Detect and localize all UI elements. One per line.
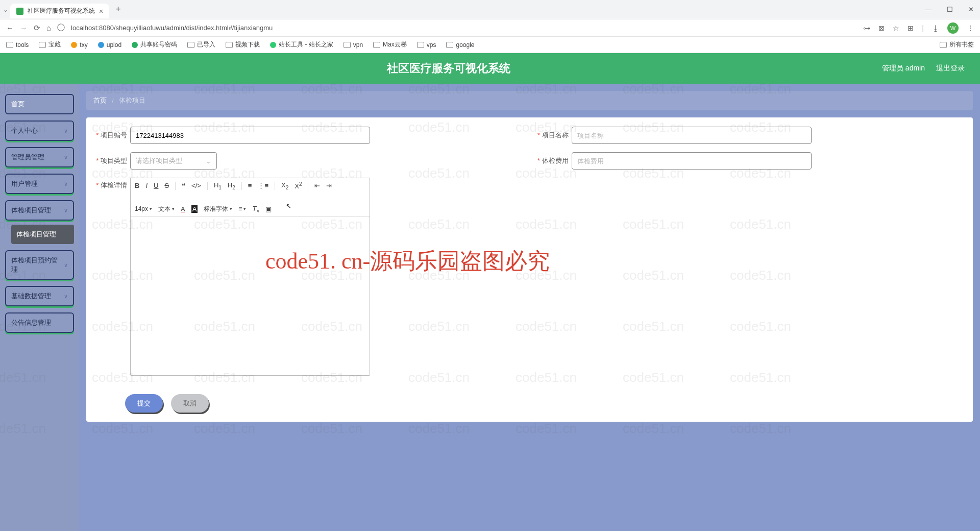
bg-color-icon[interactable]: A — [191, 205, 198, 213]
bookmark-item[interactable]: 共享账号密码 — [132, 40, 177, 49]
image-icon[interactable]: ▣ — [265, 205, 272, 213]
list-unordered-icon[interactable]: ⋮≡ — [258, 182, 268, 189]
bookmark-icon — [98, 42, 104, 48]
bookmark-item[interactable]: vpn — [344, 41, 363, 49]
bookmark-item[interactable]: tools — [6, 41, 29, 49]
bookmark-item[interactable]: 站长工具 - 站长之家 — [270, 40, 333, 49]
editor-toolbar: B I U S ❝ </> H1 H2 — [131, 178, 370, 217]
proj-name-input[interactable] — [572, 127, 812, 144]
forward-icon[interactable]: → — [20, 23, 28, 32]
indent-left-icon[interactable]: ⇤ — [314, 182, 320, 189]
font-family-select[interactable]: 标准字体▾ — [204, 205, 232, 213]
indent-right-icon[interactable]: ⇥ — [326, 182, 332, 189]
sidebar-item-user[interactable]: 用户管理∨ — [5, 174, 74, 194]
h2-icon[interactable]: H2 — [228, 181, 235, 190]
quote-icon[interactable]: ❝ — [182, 182, 185, 189]
bookmark-icon — [132, 42, 138, 48]
list-ordered-icon[interactable]: ≡ — [248, 182, 252, 189]
bookmark-item[interactable]: Max云梯 — [373, 40, 407, 49]
chevron-down-icon: ∨ — [64, 207, 68, 214]
bookmarks-bar: tools 宝藏 txy uplod 共享账号密码 已导入 视频下载 站长工具 … — [0, 37, 980, 53]
new-tab-button[interactable]: + — [115, 4, 121, 15]
url-field[interactable]: localhost:8080/shequyilliaofuwu/admin/di… — [71, 24, 273, 32]
strike-icon[interactable]: S — [164, 182, 169, 189]
bold-icon[interactable]: B — [135, 182, 139, 189]
folder-icon — [940, 42, 947, 48]
fee-label: 体检费用 — [536, 156, 569, 165]
editor-body[interactable] — [131, 217, 370, 375]
sidebar: 首页 个人中心∨ 管理员管理∨ 用户管理∨ 体检项目管理∨ 体检项目管理 体检项… — [0, 84, 79, 531]
avatar[interactable]: W — [947, 22, 959, 34]
logout-link[interactable]: 退出登录 — [936, 64, 965, 73]
folder-icon — [373, 42, 380, 48]
form-panel: 项目编号 项目类型 请选择项目类型 ⌄ 体检详情 — [86, 117, 973, 422]
bookmark-item[interactable]: 已导入 — [187, 40, 215, 49]
fee-input[interactable] — [572, 152, 812, 170]
mouse-cursor: ↖ — [286, 202, 291, 210]
underline-icon[interactable]: U — [154, 182, 158, 189]
chevron-down-icon: ∨ — [64, 154, 68, 161]
proj-name-label: 项目名称 — [536, 131, 569, 140]
sidebar-item-home[interactable]: 首页 — [5, 94, 74, 114]
close-window-icon[interactable]: ✕ — [968, 6, 974, 13]
site-info-icon[interactable]: ⓘ — [57, 23, 65, 33]
browser-tab[interactable]: 社区医疗服务可视化系统 × — [10, 4, 109, 18]
folder-icon — [187, 42, 194, 48]
extension-icon[interactable]: ⊞ — [908, 24, 914, 32]
breadcrumb-home[interactable]: 首页 — [93, 96, 107, 105]
bookmark-item[interactable]: 视频下载 — [226, 40, 260, 49]
bookmark-item[interactable]: txy — [71, 41, 87, 49]
font-size-select[interactable]: 14px▾ — [135, 205, 152, 212]
submit-button[interactable]: 提交 — [125, 394, 163, 413]
sidebar-item-admin[interactable]: 管理员管理∨ — [5, 147, 74, 167]
folder-icon — [39, 42, 46, 48]
proj-type-label: 项目类型 — [94, 156, 127, 165]
cancel-button[interactable]: 取消 — [171, 394, 209, 413]
align-select[interactable]: ≡▾ — [238, 205, 246, 212]
text-type-select[interactable]: 文本▾ — [158, 205, 175, 213]
download-icon[interactable]: ⭳ — [932, 24, 939, 32]
sidebar-item-notice[interactable]: 公告信息管理 — [5, 312, 74, 333]
main-content: ↖ 首页 / 体检项目 项目编号 项目类型 — [79, 84, 980, 531]
sidebar-item-personal[interactable]: 个人中心∨ — [5, 120, 74, 141]
menu-icon[interactable]: ⋮ — [967, 24, 974, 32]
superscript-icon[interactable]: X2 — [295, 181, 302, 190]
proj-no-input[interactable] — [130, 127, 370, 144]
star-icon[interactable]: ☆ — [893, 24, 899, 32]
subscript-icon[interactable]: X2 — [281, 181, 288, 190]
bookmark-item[interactable]: vps — [417, 41, 436, 49]
code-icon[interactable]: </> — [191, 182, 201, 189]
maximize-icon[interactable]: ☐ — [947, 6, 953, 13]
folder-icon — [446, 42, 453, 48]
chevron-down-icon: ∨ — [64, 262, 68, 269]
h1-icon[interactable]: H1 — [214, 181, 222, 190]
clear-format-icon[interactable]: T× — [252, 205, 259, 214]
bookmark-item[interactable]: 宝藏 — [39, 40, 61, 49]
minimize-icon[interactable]: — — [925, 6, 932, 13]
current-user-label[interactable]: 管理员 admin — [882, 64, 925, 73]
key-icon[interactable]: ⊶ — [863, 24, 870, 32]
sidebar-item-reserve[interactable]: 体检项目预约管理∨ — [5, 250, 74, 280]
home-icon[interactable]: ⌂ — [46, 23, 51, 32]
tab-list-chevron[interactable]: ⌄ — [3, 6, 8, 13]
bookmark-item[interactable]: google — [446, 41, 474, 49]
browser-tab-strip: ⌄ 社区医疗服务可视化系统 × + — ☐ ✕ — [0, 0, 980, 19]
bookmark-item[interactable]: uplod — [98, 41, 121, 49]
sidebar-item-exam[interactable]: 体检项目管理∨ — [5, 200, 74, 221]
sidebar-item-basedata[interactable]: 基础数据管理∨ — [5, 286, 74, 306]
folder-icon — [417, 42, 424, 48]
divider: | — [922, 24, 924, 32]
font-color-icon[interactable]: A — [181, 205, 185, 213]
sidebar-sub-exam-manage[interactable]: 体检项目管理 — [11, 225, 74, 244]
close-icon[interactable]: × — [99, 7, 103, 15]
chevron-down-icon: ∨ — [64, 181, 68, 187]
proj-type-select[interactable]: 请选择项目类型 ⌄ — [130, 152, 217, 170]
breadcrumb: 首页 / 体检项目 — [86, 91, 973, 110]
translate-icon[interactable]: ⊠ — [878, 24, 885, 32]
proj-no-label: 项目编号 — [94, 131, 127, 140]
all-bookmarks[interactable]: 所有书签 — [940, 40, 974, 49]
reload-icon[interactable]: ⟳ — [34, 23, 40, 33]
back-icon[interactable]: ← — [6, 23, 14, 32]
italic-icon[interactable]: I — [145, 182, 148, 189]
breadcrumb-sep: / — [112, 97, 114, 105]
